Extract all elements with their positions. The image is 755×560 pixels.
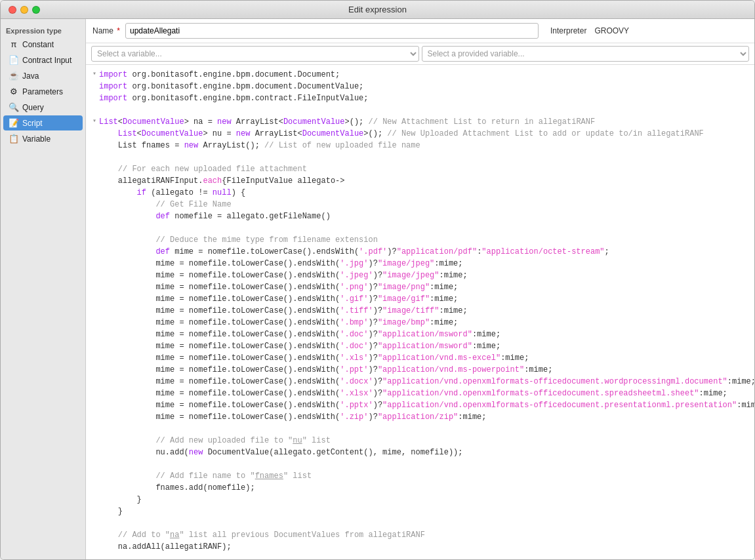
code-line <box>86 458 754 470</box>
code-line: List fnames = new ArrayList(); // List o… <box>86 140 754 151</box>
constant-icon: π <box>9 39 19 49</box>
variable-icon: 📋 <box>9 134 19 144</box>
code-line: mime = nomefile.toLowerCase().endsWith('… <box>86 281 754 293</box>
code-content: import org.bonitasoft.engine.bpm.contrac… <box>99 92 750 104</box>
sidebar-item-variable-label: Variable <box>22 134 51 144</box>
code-line: mime = nomefile.toLowerCase().endsWith('… <box>86 258 754 270</box>
sidebar-item-java-label: Java <box>22 71 39 81</box>
interpreter-label: Interpreter <box>550 26 586 35</box>
code-line: mime = nomefile.toLowerCase().endsWith('… <box>86 293 754 305</box>
topbar: Name * Interpreter GROOVY <box>86 19 754 43</box>
maximize-button[interactable] <box>32 6 40 14</box>
name-required-indicator: * <box>117 26 120 35</box>
sidebar-item-script[interactable]: 📝 Script <box>3 115 83 130</box>
sidebar-item-variable[interactable]: 📋 Variable <box>3 131 83 146</box>
sidebar-item-contract-input-label: Contract Input <box>22 56 71 65</box>
variable-bar: Select a variable... Select a provided v… <box>86 43 754 65</box>
main-window: Edit expression Expression type π Consta… <box>0 0 755 560</box>
name-label: Name * <box>92 26 120 35</box>
titlebar: Edit expression <box>1 1 754 19</box>
sidebar-item-script-label: Script <box>22 119 43 128</box>
sidebar-item-constant[interactable]: π Constant <box>3 37 83 52</box>
sidebar-item-constant-label: Constant <box>22 40 54 49</box>
close-button[interactable] <box>9 6 16 14</box>
code-line: allegatiRANFInput.each{FileInputValue al… <box>86 175 754 187</box>
contract-input-icon: 📄 <box>9 55 19 65</box>
code-line: // For each new uploaded file attachment <box>86 163 754 175</box>
parameters-icon: ⚙ <box>9 87 19 96</box>
code-line: List<DocumentValue> nu = new ArrayList<D… <box>86 128 754 140</box>
code-line: mime = nomefile.toLowerCase().endsWith('… <box>86 388 754 399</box>
code-line: ▾ import org.bonitasoft.engine.bpm.docum… <box>86 69 754 81</box>
code-line: mime = nomefile.toLowerCase().endsWith('… <box>86 399 754 411</box>
code-line <box>86 553 754 559</box>
name-input[interactable] <box>125 23 539 39</box>
code-line: na.addAll(allegatiRANF); <box>86 541 754 553</box>
minimize-button[interactable] <box>20 6 28 14</box>
code-line: nu.add(new DocumentValue(allegato.getCon… <box>86 447 754 458</box>
code-content: import org.bonitasoft.engine.bpm.documen… <box>99 69 750 81</box>
code-line: // Add new uploaded file to "nu" list <box>86 435 754 447</box>
query-icon: 🔍 <box>9 102 19 112</box>
sidebar-item-contract-input[interactable]: 📄 Contract Input <box>3 52 83 68</box>
sidebar-item-parameters[interactable]: ⚙ Parameters <box>3 84 83 99</box>
code-line: mime = nomefile.toLowerCase().endsWith('… <box>86 329 754 340</box>
code-line: } <box>86 506 754 517</box>
code-line: // Get File Name <box>86 199 754 210</box>
code-line <box>86 423 754 435</box>
sidebar-item-parameters-label: Parameters <box>22 87 63 96</box>
code-line: if (allegato != null) { <box>86 187 754 199</box>
code-content: List<DocumentValue> nu = new ArrayList<D… <box>99 128 750 140</box>
code-line: ▾ List<DocumentValue> na = new ArrayList… <box>86 116 754 128</box>
content-area: Expression type π Constant 📄 Contract In… <box>1 19 754 559</box>
code-line: mime = nomefile.toLowerCase().endsWith('… <box>86 376 754 388</box>
code-line: // Deduce the mime type from filename ex… <box>86 234 754 246</box>
fold-gutter[interactable]: ▾ <box>90 69 99 79</box>
sidebar-item-query[interactable]: 🔍 Query <box>3 100 83 115</box>
code-line: mime = nomefile.toLowerCase().endsWith('… <box>86 317 754 329</box>
code-line: mime = nomefile.toLowerCase().endsWith('… <box>86 270 754 281</box>
code-content <box>99 104 750 116</box>
code-line <box>86 104 754 116</box>
code-content: List<DocumentValue> na = new ArrayList<D… <box>99 116 750 128</box>
java-icon: ☕ <box>9 71 19 81</box>
code-content: import org.bonitasoft.engine.bpm.documen… <box>99 81 750 92</box>
code-line: import org.bonitasoft.engine.bpm.contrac… <box>86 92 754 104</box>
editor-panel: Name * Interpreter GROOVY Select a varia… <box>86 19 754 559</box>
code-editor[interactable]: ▾ import org.bonitasoft.engine.bpm.docum… <box>86 65 754 559</box>
code-line: mime = nomefile.toLowerCase().endsWith('… <box>86 411 754 423</box>
window-title: Edit expression <box>348 5 407 14</box>
titlebar-buttons <box>9 6 40 14</box>
code-line: def nomefile = allegato.getFileName() <box>86 210 754 222</box>
code-line: } <box>86 494 754 506</box>
code-line: mime = nomefile.toLowerCase().endsWith('… <box>86 364 754 376</box>
code-line <box>86 222 754 234</box>
fold-gutter[interactable]: ▾ <box>90 116 99 126</box>
code-line: def mime = nomefile.toLowerCase().endsWi… <box>86 246 754 258</box>
code-content: List fnames = new ArrayList(); // List o… <box>99 140 750 151</box>
code-line: mime = nomefile.toLowerCase().endsWith('… <box>86 340 754 352</box>
interpreter-value: GROOVY <box>594 26 629 35</box>
sidebar: Expression type π Constant 📄 Contract In… <box>1 19 86 559</box>
provided-variable-select[interactable]: Select a provided variable... <box>422 46 750 62</box>
code-line <box>86 517 754 529</box>
code-line: import org.bonitasoft.engine.bpm.documen… <box>86 81 754 92</box>
variable-select[interactable]: Select a variable... <box>91 46 419 62</box>
code-line: // Add file name to "fnames" list <box>86 470 754 482</box>
code-line <box>86 151 754 163</box>
sidebar-item-query-label: Query <box>22 103 44 112</box>
sidebar-section-label: Expression type <box>1 24 85 36</box>
sidebar-item-java[interactable]: ☕ Java <box>3 68 83 83</box>
code-line: fnames.add(nomefile); <box>86 482 754 494</box>
script-icon: 📝 <box>9 118 19 128</box>
code-line: mime = nomefile.toLowerCase().endsWith('… <box>86 305 754 317</box>
code-line: // Add to "na" list all previous Documen… <box>86 529 754 541</box>
code-line: mime = nomefile.toLowerCase().endsWith('… <box>86 352 754 364</box>
